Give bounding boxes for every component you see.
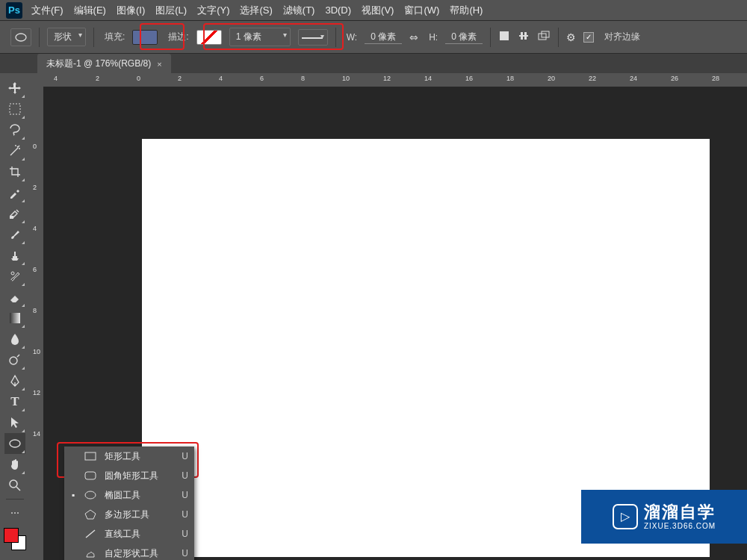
rounded-rectangle-icon: [84, 469, 97, 482]
svg-marker-18: [85, 510, 96, 519]
svg-point-12: [10, 357, 17, 364]
healing-brush-tool[interactable]: [4, 203, 25, 224]
shape-tool-flyout: 矩形工具 U 圆角矩形工具 U ▪ 椭圆工具 U 多边形工具 U: [64, 447, 194, 560]
magic-wand-tool[interactable]: [4, 140, 25, 161]
watermark-title: 溜溜自学: [644, 503, 716, 522]
edit-toolbar-icon[interactable]: ⋯: [4, 503, 25, 523]
checkmark: ▪: [70, 490, 76, 500]
menu-3d[interactable]: 3D(D): [325, 4, 351, 16]
divider: [335, 28, 336, 47]
menu-select[interactable]: 选择(S): [240, 4, 272, 17]
path-arrange-icon[interactable]: [537, 30, 551, 44]
divider: [490, 28, 491, 47]
menu-window[interactable]: 窗口(W): [404, 4, 439, 17]
options-bar: 形状 填充: 描边: 1 像素 W: ⇔ H: ⚙ ✓ 对齐边缘: [0, 21, 747, 54]
flyout-item-ellipse[interactable]: ▪ 椭圆工具 U: [64, 485, 194, 505]
stroke-width-select[interactable]: 1 像素: [229, 28, 291, 46]
fill-swatch[interactable]: [132, 30, 158, 45]
ruler-tick: 12: [383, 75, 391, 82]
stroke-style-select[interactable]: [298, 29, 328, 46]
line-icon: [84, 527, 97, 541]
ruler-tick: 26: [671, 75, 678, 82]
zoom-tool[interactable]: [4, 475, 25, 496]
stroke-label: 描边:: [168, 31, 188, 43]
gradient-tool[interactable]: [4, 308, 25, 329]
flyout-item-custom-shape[interactable]: 自定形状工具 U: [64, 544, 194, 560]
history-brush-tool[interactable]: [4, 266, 25, 287]
menu-file[interactable]: 文件(F): [31, 4, 63, 17]
gear-icon[interactable]: ⚙: [566, 31, 576, 43]
shape-tool[interactable]: [4, 433, 25, 454]
stroke-swatch[interactable]: [196, 30, 222, 45]
height-input[interactable]: [445, 30, 483, 44]
ruler-tick: 18: [506, 75, 514, 82]
ruler-tick: 8: [301, 75, 305, 82]
tool-panel: T ⋯: [0, 73, 30, 560]
path-ops-combine-icon[interactable]: [498, 30, 510, 44]
align-edges-label: 对齐边缘: [604, 31, 640, 43]
horizontal-ruler: 4 2 0 2 4 6 8 10 12 14 16 18 20 22 24 26…: [43, 73, 747, 87]
svg-rect-4: [521, 32, 523, 40]
vertical-ruler: 0 2 4 6 8 10 12 14: [30, 87, 43, 560]
svg-point-13: [10, 440, 20, 447]
ruler-tick: 4: [33, 225, 37, 232]
app-logo: Ps: [6, 2, 22, 19]
lasso-tool[interactable]: [4, 119, 25, 140]
stroke-style-icon: [302, 36, 323, 40]
document-tab[interactable]: 未标题-1 @ 176%(RGB/8) ×: [37, 54, 171, 73]
close-tab-icon[interactable]: ×: [157, 60, 161, 69]
active-tool-preview-icon[interactable]: [10, 28, 31, 46]
ruler-tick: 6: [260, 75, 264, 82]
svg-rect-7: [542, 31, 549, 37]
menu-view[interactable]: 视图(V): [362, 4, 394, 17]
hand-tool[interactable]: [4, 454, 25, 475]
foreground-color-swatch[interactable]: [4, 528, 19, 543]
eraser-tool[interactable]: [4, 287, 25, 308]
link-wh-icon[interactable]: ⇔: [409, 31, 418, 43]
flyout-item-rectangle[interactable]: 矩形工具 U: [64, 447, 194, 466]
flyout-label: 多边形工具: [105, 508, 174, 521]
pen-tool[interactable]: [4, 370, 25, 391]
menu-help[interactable]: 帮助(H): [450, 4, 483, 17]
flyout-item-rounded-rectangle[interactable]: 圆角矩形工具 U: [64, 466, 194, 485]
crop-tool[interactable]: [4, 161, 25, 182]
menu-filter[interactable]: 滤镜(T): [283, 4, 315, 17]
height-label: H:: [429, 32, 438, 43]
polygon-icon: [84, 508, 97, 521]
menu-layer[interactable]: 图层(L): [155, 4, 187, 17]
ruler-corner: [30, 73, 43, 87]
width-input[interactable]: [365, 30, 402, 44]
ruler-tick: 2: [96, 75, 99, 82]
ruler-tick: 4: [54, 75, 58, 82]
marquee-tool[interactable]: [4, 99, 25, 119]
ruler-tick: 22: [589, 75, 596, 82]
menu-image[interactable]: 图像(I): [117, 4, 145, 17]
flyout-shortcut: U: [182, 451, 188, 461]
flyout-item-line[interactable]: 直线工具 U: [64, 524, 194, 544]
document-tab-title: 未标题-1 @ 176%(RGB/8): [46, 57, 151, 70]
path-align-icon[interactable]: [518, 30, 530, 44]
menu-edit[interactable]: 编辑(E): [74, 4, 106, 17]
type-tool[interactable]: T: [4, 391, 25, 412]
menu-type[interactable]: 文字(Y): [197, 4, 229, 17]
svg-rect-5: [524, 32, 527, 40]
clone-stamp-tool[interactable]: [4, 245, 25, 266]
color-swatches[interactable]: [4, 528, 26, 550]
blur-tool[interactable]: [4, 329, 25, 349]
svg-rect-2: [500, 31, 509, 40]
flyout-shortcut: U: [182, 470, 188, 481]
path-selection-tool[interactable]: [4, 412, 25, 433]
dodge-tool[interactable]: [4, 349, 25, 370]
svg-point-0: [16, 34, 26, 41]
flyout-label: 椭圆工具: [105, 489, 174, 502]
brush-tool[interactable]: [4, 224, 25, 245]
flyout-item-polygon[interactable]: 多边形工具 U: [64, 505, 194, 524]
svg-rect-3: [519, 35, 528, 37]
align-edges-checkbox[interactable]: ✓: [583, 32, 594, 43]
move-tool[interactable]: [4, 78, 25, 99]
divider: [558, 28, 559, 47]
ruler-tick: 10: [342, 75, 350, 82]
tool-mode-select[interactable]: 形状: [47, 28, 86, 46]
ruler-tick: 6: [33, 266, 37, 273]
eyedropper-tool[interactable]: [4, 182, 25, 203]
